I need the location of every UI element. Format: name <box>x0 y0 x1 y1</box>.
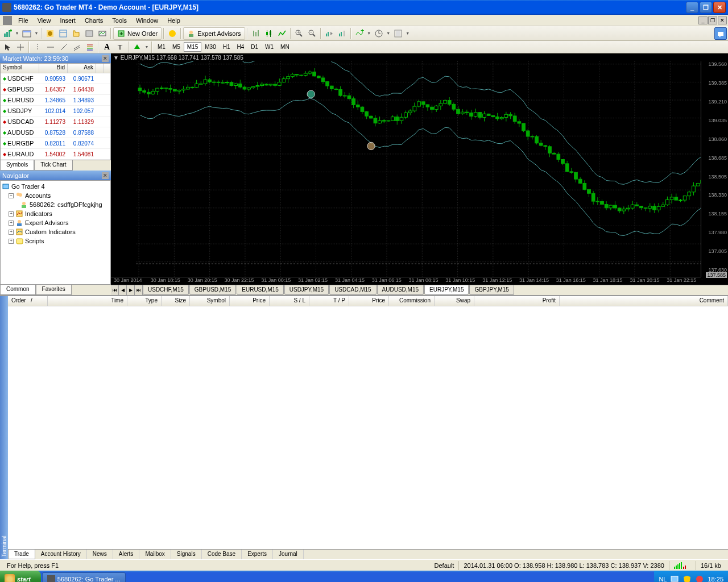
text-icon[interactable]: A <box>101 41 113 53</box>
navigator-icon[interactable] <box>70 27 82 40</box>
menu-view[interactable]: View <box>33 16 56 25</box>
start-button[interactable]: start <box>0 571 41 582</box>
mdi-minimize-button[interactable]: _ <box>698 16 708 24</box>
menu-help[interactable]: Help <box>163 16 185 25</box>
term-col-symbol[interactable]: Symbol <box>190 296 230 306</box>
chart-tab-eurjpy-m15[interactable]: EURJPY,M15 <box>424 285 469 295</box>
chart-tab-prev-icon[interactable]: ◀ <box>119 285 127 295</box>
line-chart-icon[interactable] <box>276 27 288 40</box>
taskbar-item[interactable]: 5680262: Go Trader ... <box>42 572 126 582</box>
term-tab-code-base[interactable]: Code Base <box>202 550 242 559</box>
menu-file[interactable]: File <box>14 16 33 25</box>
term-col-profit[interactable]: Profit <box>474 296 560 306</box>
data-window-icon[interactable] <box>57 27 69 40</box>
auto-scroll-icon[interactable] <box>323 27 336 40</box>
timeframe-h1[interactable]: H1 <box>220 42 234 52</box>
nav-scripts[interactable]: + Scripts <box>2 236 109 246</box>
timeframe-m5[interactable]: M5 <box>169 42 184 52</box>
mw-row-usdchf[interactable]: ◆USDCHF0.905930.90671 <box>1 73 110 84</box>
mdi-restore-button[interactable]: ❐ <box>708 16 717 24</box>
new-chart-icon[interactable]: + <box>1 27 14 40</box>
navigator-close-icon[interactable]: ✕ <box>102 172 109 179</box>
vertical-line-icon[interactable] <box>31 41 44 53</box>
chart-tab-gbpusd-m15[interactable]: GBPUSD,M15 <box>189 285 236 295</box>
chart-tab-gbpjpy-m15[interactable]: GBPJPY,M15 <box>469 285 514 295</box>
term-tab-journal[interactable]: Journal <box>273 550 304 559</box>
chart-tab-usdcad-m15[interactable]: USDCAD,M15 <box>329 285 376 295</box>
term-col-commission[interactable]: Commission <box>389 296 435 306</box>
mw-header-symbol[interactable]: Symbol <box>1 64 39 73</box>
mw-header-ask[interactable]: Ask <box>68 64 96 73</box>
term-col-comment[interactable]: Comment <box>560 296 728 306</box>
term-col-time[interactable]: Time <box>48 296 127 306</box>
expand-icon[interactable]: + <box>9 230 14 235</box>
nav-expert-advisors[interactable]: + Expert Advisors <box>2 218 109 227</box>
new-chart-dropdown[interactable]: ▼ <box>14 31 20 35</box>
mw-row-eurusd[interactable]: ◆EURUSD1.348651.34893 <box>1 95 110 106</box>
chart-tab-usdjpy-m15[interactable]: USDJPY,M15 <box>284 285 329 295</box>
crosshair-icon[interactable] <box>14 41 27 53</box>
periodicity-dropdown[interactable]: ▼ <box>386 31 391 35</box>
term-tab-news[interactable]: News <box>87 550 113 559</box>
market-watch-close-icon[interactable]: ✕ <box>102 55 109 62</box>
menu-charts[interactable]: Charts <box>80 16 107 25</box>
chart-shift-icon[interactable] <box>336 27 349 40</box>
tray-clock[interactable]: 18:25 <box>708 576 723 582</box>
terminal-side-label[interactable]: Terminal <box>0 296 8 559</box>
term-col-price[interactable]: Price <box>349 296 389 306</box>
periodicity-icon[interactable] <box>373 27 385 40</box>
templates-icon[interactable] <box>392 27 404 40</box>
arrows-dropdown[interactable]: ▼ <box>144 45 150 49</box>
mw-row-gbpusd[interactable]: ◆GBPUSD1.643571.64438 <box>1 84 110 95</box>
timeframe-w1[interactable]: W1 <box>262 42 277 52</box>
channel-icon[interactable] <box>71 41 83 53</box>
expand-icon[interactable]: + <box>9 239 14 244</box>
chart-tab-usdchf-m15[interactable]: USDCHF,M15 <box>143 285 189 295</box>
nav-account-detail[interactable]: 5680262: csdffgDFfcgkjhg <box>2 200 109 209</box>
timeframe-m30[interactable]: M30 <box>201 42 219 52</box>
term-col-price[interactable]: Price <box>230 296 270 306</box>
trendline-icon[interactable] <box>57 41 70 53</box>
timeframe-m1[interactable]: M1 <box>154 42 169 52</box>
zoom-out-icon[interactable]: - <box>306 27 318 40</box>
nav-accounts[interactable]: − Accounts <box>2 191 109 200</box>
menu-tools[interactable]: Tools <box>107 16 131 25</box>
candlestick-icon[interactable] <box>263 27 275 40</box>
mw-tab-symbols[interactable]: Symbols <box>0 160 34 171</box>
term-tab-trade[interactable]: Trade <box>8 550 35 559</box>
terminal-icon[interactable] <box>83 27 96 40</box>
mw-row-eurgbp[interactable]: ◆EURGBP0.820110.82074 <box>1 138 110 149</box>
mw-tab-tick-chart[interactable]: Tick Chart <box>34 160 72 171</box>
close-button[interactable]: ✕ <box>713 2 726 13</box>
fibonacci-icon[interactable] <box>84 41 96 53</box>
horizontal-line-icon[interactable] <box>44 41 57 53</box>
nav-tab-favorites[interactable]: Favorites <box>36 285 72 295</box>
text-label-icon[interactable]: T <box>114 41 126 53</box>
term-col-size[interactable]: Size <box>162 296 190 306</box>
tray-stop-icon[interactable] <box>695 575 704 582</box>
arrows-icon[interactable] <box>131 41 143 53</box>
minimize-button[interactable]: _ <box>686 2 698 13</box>
tray-display-icon[interactable] <box>670 575 679 582</box>
term-tab-signals[interactable]: Signals <box>171 550 202 559</box>
term-col-tp[interactable]: T / P <box>309 296 349 306</box>
timeframe-h4[interactable]: H4 <box>234 42 248 52</box>
profiles-icon[interactable] <box>20 27 33 40</box>
chart-canvas[interactable]: 139.560139.385139.210139.035138.860138.6… <box>111 61 728 285</box>
chart-tab-last-icon[interactable]: ⏭ <box>135 285 143 295</box>
indicators-dropdown[interactable]: ▼ <box>366 31 372 35</box>
nav-custom-indicators[interactable]: + Custom Indicators <box>2 227 109 236</box>
terminal-content[interactable] <box>8 306 728 549</box>
chart-tab-eurusd-m15[interactable]: EURUSD,M15 <box>237 285 283 295</box>
profiles-dropdown[interactable]: ▼ <box>34 31 39 35</box>
collapse-icon[interactable]: − <box>9 193 14 198</box>
term-col-swap[interactable]: Swap <box>435 296 474 306</box>
timeframe-m15[interactable]: M15 <box>184 42 201 52</box>
expert-advisors-button[interactable]: Expert Advisors <box>183 27 245 40</box>
menu-insert[interactable]: Insert <box>55 16 80 25</box>
expand-icon[interactable]: + <box>9 211 14 217</box>
mdi-close-button[interactable]: ✕ <box>718 16 727 24</box>
menu-window[interactable]: Window <box>131 16 163 25</box>
term-tab-account-history[interactable]: Account History <box>35 550 87 559</box>
term-col-order[interactable]: Order / <box>8 296 48 306</box>
